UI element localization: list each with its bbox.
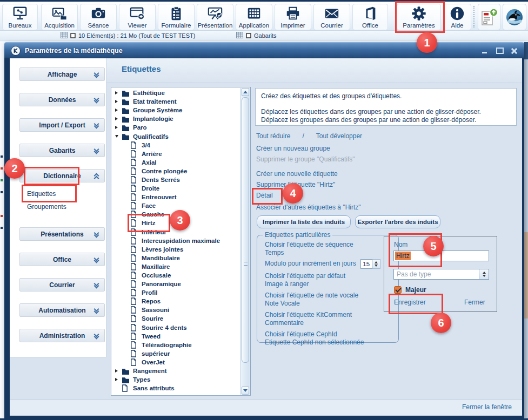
tree-item[interactable]: Repos (112, 297, 240, 306)
expander-collapsed-icon[interactable] (115, 91, 122, 94)
scroll-down-arrow-icon[interactable] (242, 387, 249, 395)
tree-item[interactable]: Types (112, 375, 240, 384)
delete-label-link[interactable]: Supprimer l'étiquette "Hirtz" (256, 181, 335, 188)
expander-collapsed-icon[interactable] (115, 126, 122, 129)
detail-link[interactable]: Détail (256, 192, 273, 199)
toolbar-button-viewer-window[interactable]: Viewer (119, 4, 156, 30)
single-view-icon[interactable] (246, 31, 251, 40)
tree-item[interactable]: Lèvres jointes (112, 245, 240, 254)
special-label-link[interactable]: Choisir l'étiquette CephId (265, 330, 395, 338)
grid-view-icon[interactable] (61, 31, 68, 40)
grid-view-icon[interactable] (236, 31, 243, 40)
create-label-link[interactable]: Créer une nouvelle étiquette (256, 170, 338, 178)
tree-item[interactable]: Rangement (112, 367, 240, 375)
tree-item[interactable]: Dents Serrés (112, 175, 240, 184)
tree-item[interactable]: Sourire 4 dents (112, 323, 240, 332)
name-input[interactable]: Hirtz (393, 250, 489, 261)
tree-item[interactable]: Inférieur (112, 228, 240, 236)
spinner-arrows-icon[interactable] (372, 259, 380, 269)
sidebar-section-import-export[interactable]: Import / Export (19, 118, 105, 132)
tree-item[interactable]: Panoramique (112, 280, 240, 288)
sidebar-section-courrier[interactable]: Courrier (19, 278, 105, 292)
expander-collapsed-icon[interactable] (115, 117, 122, 120)
quick-button-orca[interactable] (503, 4, 526, 30)
sidebar-item-etiquettes[interactable]: Etiquettes (27, 188, 92, 199)
tree-item[interactable]: Groupe Système (112, 106, 240, 114)
sidebar-section-dictionnaire[interactable]: Dictionnaire (19, 169, 105, 182)
majeur-checkbox[interactable] (394, 286, 402, 294)
tree-item[interactable]: Etat traitement (112, 97, 240, 106)
tree-item[interactable]: Sassouni (112, 306, 240, 314)
collapse-all-link[interactable]: Tout réduire (256, 132, 290, 140)
tree-item[interactable]: Profil (112, 288, 240, 297)
toolbar-button-gear[interactable]: Paramètres (397, 4, 441, 30)
scrollbar-thumb[interactable] (242, 97, 249, 363)
toolbar-button-form-clipboard[interactable]: Formulaire (158, 4, 195, 30)
expand-all-link[interactable]: Tout développer (316, 132, 362, 140)
toolbar-button-office[interactable]: Office (352, 4, 388, 30)
special-label-link[interactable]: Choisir l'étiquette par défaut (265, 272, 395, 280)
tree-item[interactable]: Contre plongée (112, 167, 240, 175)
export-induced-tree-button[interactable]: Exporter l'arbre des induits (355, 215, 440, 228)
special-label-link[interactable]: Choisir l'étiquette KitComment (265, 311, 395, 319)
expander-collapsed-icon[interactable] (115, 109, 122, 112)
maximize-button[interactable] (496, 47, 504, 55)
tree-item[interactable]: Occlusale (112, 271, 240, 280)
minimize-button[interactable] (480, 47, 489, 55)
tree-item[interactable]: Face (112, 201, 240, 210)
tree-item[interactable]: Paro (112, 123, 240, 132)
tree-item[interactable]: Téléradiographie (112, 341, 240, 349)
scroll-up-arrow-icon[interactable] (242, 88, 249, 96)
close-button[interactable] (510, 47, 518, 55)
expander-collapsed-icon[interactable] (115, 100, 122, 103)
sidebar-section-administration[interactable]: Administration (19, 329, 105, 342)
toolbar-button-application-grid[interactable]: Application (236, 4, 272, 30)
create-group-link[interactable]: Créer un nouveau groupe (256, 145, 330, 152)
tree-item[interactable]: Qualificatifs (112, 132, 240, 140)
tree-item[interactable]: Sourire (112, 314, 240, 323)
sidebar-section-donn-es[interactable]: Données (19, 93, 105, 106)
tree-item[interactable]: Mandibulaire (112, 254, 240, 262)
tree-item[interactable]: Implantologie (112, 114, 240, 123)
tree-item[interactable]: Maxillaire (112, 262, 240, 271)
expander-expanded-icon[interactable] (115, 135, 122, 138)
sidebar-section-pr-sentations[interactable]: Présentations (19, 227, 105, 241)
dialog-title-bar[interactable]: Paramètres de la médiathèque (4, 42, 524, 58)
special-label-link[interactable]: Choisir l'étiquette de séquence (265, 241, 395, 249)
tree-scrollbar[interactable] (240, 88, 250, 395)
sidebar-section-gabarits[interactable]: Gabarits (19, 144, 105, 157)
toolbar-button-presentation[interactable]: Présentation (197, 4, 233, 30)
print-induced-list-button[interactable]: Imprimer la liste des induits (257, 215, 351, 228)
tree-item[interactable]: OverJet (112, 358, 240, 367)
close-window-link[interactable]: Fermer la fenêtre (462, 403, 512, 411)
sidebar-item-groupements[interactable]: Groupements (27, 201, 92, 212)
expander-collapsed-icon[interactable] (115, 369, 122, 372)
tree-item[interactable]: Droite (112, 184, 240, 193)
sidebar-section-automatisation[interactable]: Automatisation (19, 303, 105, 317)
single-view-icon[interactable] (70, 31, 76, 40)
type-select[interactable]: Pas de type (393, 269, 489, 280)
toolbar-button-image-import[interactable]: Acquisition (41, 4, 78, 30)
type-select-spinner-icon[interactable] (479, 269, 489, 279)
tree-item[interactable]: Entreouvert (112, 193, 240, 201)
modulo-spinner[interactable]: 15 (360, 259, 380, 269)
tree-item[interactable]: Sans attributs (112, 384, 240, 392)
special-label-link[interactable]: Choisir l'étiquette de note vocale (265, 292, 395, 300)
save-link[interactable]: Enregistrer (394, 299, 426, 306)
sidebar-section-affichage[interactable]: Affichage (19, 67, 105, 81)
tree-item[interactable]: Axial (112, 158, 240, 167)
toolbar-button-printer[interactable]: Imprimer (275, 4, 311, 30)
toolbar-button-camera[interactable]: Séance (80, 4, 117, 30)
tree-item[interactable]: Esthétique (112, 89, 240, 97)
expander-collapsed-icon[interactable] (115, 378, 122, 381)
tree-item[interactable]: Hirtz (112, 219, 240, 227)
quick-button-pdf-export[interactable] (478, 4, 500, 30)
toolbar-button-info[interactable]: Aide (443, 4, 471, 30)
sidebar-section-office[interactable]: Office (19, 253, 105, 266)
tree-item[interactable]: Arrière (112, 150, 240, 158)
close-form-link[interactable]: Fermer (464, 299, 485, 306)
tree-item[interactable]: Tweed (112, 332, 240, 341)
associate-labels-link[interactable]: Associer d'autres étiquettes à "Hirtz" (256, 204, 361, 211)
tree-item[interactable]: Gauche (112, 210, 240, 219)
toolbar-button-mail[interactable]: Courrier (313, 4, 350, 30)
